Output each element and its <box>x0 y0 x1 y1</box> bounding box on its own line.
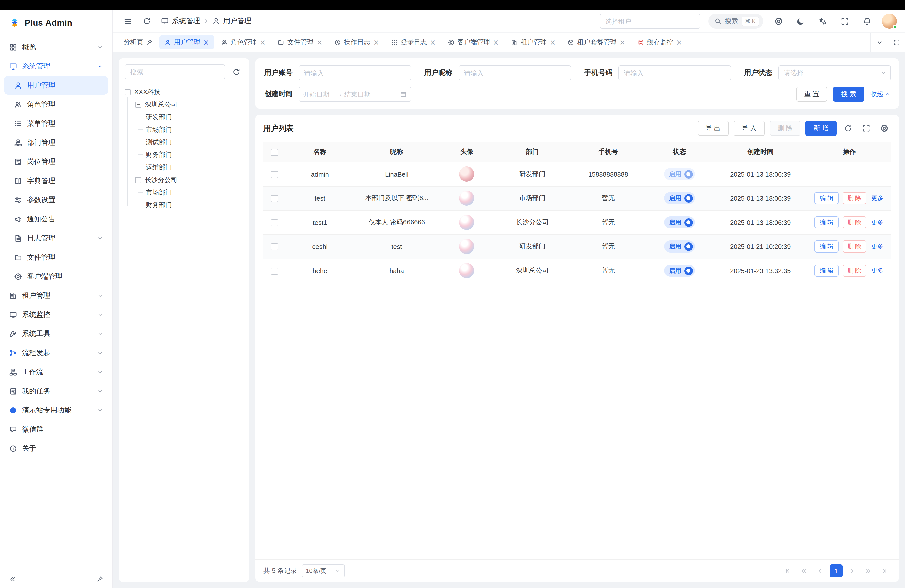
sidebar-pin-button[interactable] <box>94 574 105 585</box>
delete-row-button[interactable]: 删 除 <box>842 265 866 277</box>
sidebar-item-about[interactable]: 关于 <box>4 439 108 458</box>
export-button[interactable]: 导 出 <box>698 121 729 136</box>
table-refresh-button[interactable] <box>841 122 855 135</box>
more-button[interactable]: 更多 <box>870 216 884 228</box>
current-page[interactable]: 1 <box>830 564 843 577</box>
first-page-button[interactable] <box>781 564 794 577</box>
sidebar-item-workflow[interactable]: 工作流 <box>4 363 108 381</box>
end-date-input[interactable] <box>345 90 376 98</box>
pin-icon[interactable] <box>146 39 152 45</box>
close-tab-icon[interactable]: × <box>260 39 265 46</box>
status-select[interactable]: 请选择 <box>778 65 891 81</box>
prev-page-button[interactable] <box>813 564 827 577</box>
select-all-checkbox[interactable] <box>271 149 278 156</box>
delete-button[interactable]: 删 除 <box>770 121 801 136</box>
tab-tenant-package-mgmt[interactable]: 租户套餐管理 × <box>563 35 630 49</box>
sidebar-item-wechat-group[interactable]: 微信群 <box>4 420 108 439</box>
fullscreen-button[interactable] <box>838 14 852 28</box>
sidebar-item-demo-features[interactable]: 演示站专用功能 <box>4 401 108 420</box>
more-button[interactable]: 更多 <box>870 265 884 277</box>
tab-login-log[interactable]: 登录日志 × <box>386 35 441 49</box>
close-tab-icon[interactable]: × <box>373 39 379 46</box>
sidebar-item-client-mgmt[interactable]: 客户端管理 <box>4 267 108 286</box>
close-tab-icon[interactable]: × <box>430 39 436 46</box>
reset-button[interactable]: 重 置 <box>796 86 827 102</box>
table-fullscreen-button[interactable] <box>860 122 873 135</box>
collapse-node-icon[interactable] <box>125 89 131 95</box>
phone-input[interactable] <box>618 65 731 81</box>
sidebar-item-my-tasks[interactable]: 我的任务 <box>4 382 108 400</box>
global-search-button[interactable]: 搜索 ⌘ K <box>708 14 763 29</box>
sidebar-item-system-tools[interactable]: 系统工具 <box>4 324 108 343</box>
status-toggle[interactable]: 启用 <box>664 216 695 228</box>
menu-toggle-button[interactable] <box>121 14 135 28</box>
row-checkbox[interactable] <box>271 195 278 202</box>
import-button[interactable]: 导 入 <box>734 121 764 136</box>
row-checkbox[interactable] <box>271 171 278 178</box>
tree-node-dept[interactable]: 财务部门 <box>146 199 243 211</box>
sidebar-item-tenant-mgmt[interactable]: 租户管理 <box>4 286 108 305</box>
close-tab-icon[interactable]: × <box>550 39 556 46</box>
tab-operation-log[interactable]: 操作日志 × <box>329 35 384 49</box>
jump-forward-button[interactable] <box>862 564 875 577</box>
sidebar-item-role-mgmt[interactable]: 角色管理 <box>4 95 108 114</box>
account-input[interactable] <box>298 65 411 81</box>
more-button[interactable]: 更多 <box>870 240 884 253</box>
edit-button[interactable]: 编 辑 <box>815 216 838 228</box>
edit-button[interactable]: 编 辑 <box>815 265 838 277</box>
sidebar-item-dict-mgmt[interactable]: 字典管理 <box>4 172 108 190</box>
tree-node-dept[interactable]: 研发部门 <box>146 111 243 123</box>
page-size-select[interactable]: 10条/页 <box>302 564 345 577</box>
tenant-select-input[interactable] <box>600 14 700 29</box>
close-tab-icon[interactable]: × <box>316 39 322 46</box>
row-checkbox[interactable] <box>271 243 278 251</box>
delete-row-button[interactable]: 删 除 <box>842 240 866 253</box>
language-button[interactable] <box>816 14 830 28</box>
status-toggle[interactable]: 启用 <box>664 240 695 253</box>
breadcrumb-root[interactable]: 系统管理 <box>172 17 200 25</box>
sidebar-item-process-start[interactable]: 流程发起 <box>4 343 108 362</box>
tabs-menu-button[interactable] <box>871 33 888 52</box>
jump-back-button[interactable] <box>797 564 810 577</box>
sidebar-item-log-mgmt[interactable]: 日志管理 <box>4 229 108 248</box>
table-row[interactable]: test 本部门及以下 密码6... 市场部门 暂无 启用 2025-01-13… <box>264 186 891 210</box>
table-row[interactable]: hehe haha 深圳总公司 暂无 启用 2025-01-23 13:32:3… <box>264 259 891 283</box>
sidebar-item-notice[interactable]: 通知公告 <box>4 210 108 228</box>
tab-cache-monitor[interactable]: 缓存监控 × <box>632 35 687 49</box>
sidebar-item-dept-mgmt[interactable]: 部门管理 <box>4 133 108 152</box>
close-tab-icon[interactable]: × <box>203 39 209 46</box>
tree-node-branch[interactable]: 长沙分公司 <box>135 173 243 186</box>
start-date-input[interactable] <box>303 90 334 98</box>
last-page-button[interactable] <box>878 564 891 577</box>
row-checkbox[interactable] <box>271 219 278 226</box>
tab-role-mgmt[interactable]: 角色管理 × <box>216 35 270 49</box>
status-toggle[interactable]: 启用 <box>664 168 695 180</box>
sidebar-item-file-mgmt[interactable]: 文件管理 <box>4 248 108 267</box>
tab-file-mgmt[interactable]: 文件管理 × <box>273 35 327 49</box>
edit-button[interactable]: 编 辑 <box>815 192 838 204</box>
tab-user-mgmt[interactable]: 用户管理 × <box>159 35 214 49</box>
sidebar-item-user-mgmt[interactable]: 用户管理 <box>4 76 108 95</box>
tree-refresh-button[interactable] <box>229 65 243 79</box>
collapse-sidebar-button[interactable] <box>7 574 18 585</box>
sidebar-item-overview[interactable]: 概览 <box>4 38 108 56</box>
add-button[interactable]: 新 增 <box>806 121 837 136</box>
tree-node-dept[interactable]: 运维部门 <box>146 161 243 173</box>
column-settings-button[interactable] <box>878 122 891 135</box>
date-range-picker[interactable]: → <box>298 86 411 102</box>
table-row[interactable]: admin LinaBell 研发部门 15888888888 启用 2025-… <box>264 162 891 186</box>
sidebar-item-menu-mgmt[interactable]: 菜单管理 <box>4 114 108 133</box>
user-avatar[interactable] <box>882 14 897 29</box>
search-button[interactable]: 搜 索 <box>834 86 864 102</box>
refresh-page-button[interactable] <box>140 14 154 28</box>
tree-node-company[interactable]: XXX科技 <box>125 86 243 98</box>
close-tab-icon[interactable]: × <box>493 39 499 46</box>
sidebar-item-system-mgmt[interactable]: 系统管理 <box>4 57 108 75</box>
table-row[interactable]: ceshi test 研发部门 暂无 启用 2025-01-21 10:20:3… <box>264 234 891 259</box>
tree-node-dept[interactable]: 市场部门 <box>146 186 243 199</box>
tab-analysis[interactable]: 分析页 <box>119 35 157 49</box>
settings-button[interactable] <box>771 14 785 28</box>
next-page-button[interactable] <box>846 564 859 577</box>
collapse-node-icon[interactable] <box>135 101 141 107</box>
sidebar-item-post-mgmt[interactable]: 岗位管理 <box>4 153 108 171</box>
